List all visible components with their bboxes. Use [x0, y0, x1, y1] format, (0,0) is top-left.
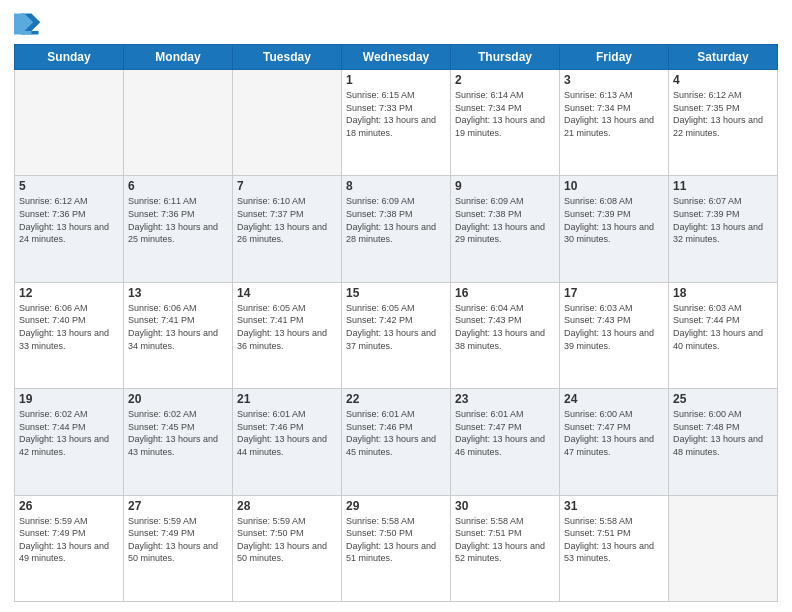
day-number: 2 [455, 73, 555, 87]
day-number: 4 [673, 73, 773, 87]
day-number: 5 [19, 179, 119, 193]
cell-info: Sunrise: 6:09 AMSunset: 7:38 PMDaylight:… [455, 195, 555, 245]
calendar-cell: 22Sunrise: 6:01 AMSunset: 7:46 PMDayligh… [342, 389, 451, 495]
calendar-cell: 28Sunrise: 5:59 AMSunset: 7:50 PMDayligh… [233, 495, 342, 601]
day-number: 1 [346, 73, 446, 87]
calendar-cell: 1Sunrise: 6:15 AMSunset: 7:33 PMDaylight… [342, 70, 451, 176]
day-number: 10 [564, 179, 664, 193]
calendar-cell: 3Sunrise: 6:13 AMSunset: 7:34 PMDaylight… [560, 70, 669, 176]
cell-info: Sunrise: 6:01 AMSunset: 7:46 PMDaylight:… [237, 408, 337, 458]
calendar-cell: 16Sunrise: 6:04 AMSunset: 7:43 PMDayligh… [451, 282, 560, 388]
cell-info: Sunrise: 6:10 AMSunset: 7:37 PMDaylight:… [237, 195, 337, 245]
cell-info: Sunrise: 6:09 AMSunset: 7:38 PMDaylight:… [346, 195, 446, 245]
day-number: 16 [455, 286, 555, 300]
day-number: 15 [346, 286, 446, 300]
day-number: 17 [564, 286, 664, 300]
day-header-sunday: Sunday [15, 45, 124, 70]
calendar-cell: 5Sunrise: 6:12 AMSunset: 7:36 PMDaylight… [15, 176, 124, 282]
day-number: 26 [19, 499, 119, 513]
calendar-week-row: 12Sunrise: 6:06 AMSunset: 7:40 PMDayligh… [15, 282, 778, 388]
day-number: 21 [237, 392, 337, 406]
cell-info: Sunrise: 5:59 AMSunset: 7:49 PMDaylight:… [19, 515, 119, 565]
cell-info: Sunrise: 6:00 AMSunset: 7:47 PMDaylight:… [564, 408, 664, 458]
day-header-thursday: Thursday [451, 45, 560, 70]
day-number: 6 [128, 179, 228, 193]
calendar-cell: 30Sunrise: 5:58 AMSunset: 7:51 PMDayligh… [451, 495, 560, 601]
page: SundayMondayTuesdayWednesdayThursdayFrid… [0, 0, 792, 612]
day-number: 18 [673, 286, 773, 300]
cell-info: Sunrise: 5:59 AMSunset: 7:50 PMDaylight:… [237, 515, 337, 565]
calendar-cell: 6Sunrise: 6:11 AMSunset: 7:36 PMDaylight… [124, 176, 233, 282]
calendar-cell: 17Sunrise: 6:03 AMSunset: 7:43 PMDayligh… [560, 282, 669, 388]
cell-info: Sunrise: 5:58 AMSunset: 7:51 PMDaylight:… [564, 515, 664, 565]
cell-info: Sunrise: 6:05 AMSunset: 7:41 PMDaylight:… [237, 302, 337, 352]
calendar-cell: 2Sunrise: 6:14 AMSunset: 7:34 PMDaylight… [451, 70, 560, 176]
day-number: 31 [564, 499, 664, 513]
calendar-cell [15, 70, 124, 176]
day-number: 7 [237, 179, 337, 193]
header [14, 10, 778, 38]
day-number: 12 [19, 286, 119, 300]
calendar-table: SundayMondayTuesdayWednesdayThursdayFrid… [14, 44, 778, 602]
cell-info: Sunrise: 6:13 AMSunset: 7:34 PMDaylight:… [564, 89, 664, 139]
calendar-cell: 21Sunrise: 6:01 AMSunset: 7:46 PMDayligh… [233, 389, 342, 495]
cell-info: Sunrise: 5:59 AMSunset: 7:49 PMDaylight:… [128, 515, 228, 565]
calendar-cell: 14Sunrise: 6:05 AMSunset: 7:41 PMDayligh… [233, 282, 342, 388]
day-number: 30 [455, 499, 555, 513]
day-number: 25 [673, 392, 773, 406]
day-header-saturday: Saturday [669, 45, 778, 70]
day-number: 8 [346, 179, 446, 193]
day-number: 9 [455, 179, 555, 193]
cell-info: Sunrise: 6:02 AMSunset: 7:44 PMDaylight:… [19, 408, 119, 458]
cell-info: Sunrise: 6:03 AMSunset: 7:43 PMDaylight:… [564, 302, 664, 352]
calendar-week-row: 26Sunrise: 5:59 AMSunset: 7:49 PMDayligh… [15, 495, 778, 601]
calendar-cell [124, 70, 233, 176]
day-number: 14 [237, 286, 337, 300]
cell-info: Sunrise: 6:08 AMSunset: 7:39 PMDaylight:… [564, 195, 664, 245]
calendar-cell: 31Sunrise: 5:58 AMSunset: 7:51 PMDayligh… [560, 495, 669, 601]
calendar-cell: 23Sunrise: 6:01 AMSunset: 7:47 PMDayligh… [451, 389, 560, 495]
calendar-cell [233, 70, 342, 176]
calendar-cell: 12Sunrise: 6:06 AMSunset: 7:40 PMDayligh… [15, 282, 124, 388]
cell-info: Sunrise: 6:12 AMSunset: 7:36 PMDaylight:… [19, 195, 119, 245]
cell-info: Sunrise: 6:06 AMSunset: 7:40 PMDaylight:… [19, 302, 119, 352]
calendar-week-row: 1Sunrise: 6:15 AMSunset: 7:33 PMDaylight… [15, 70, 778, 176]
cell-info: Sunrise: 6:14 AMSunset: 7:34 PMDaylight:… [455, 89, 555, 139]
day-number: 22 [346, 392, 446, 406]
calendar-cell [669, 495, 778, 601]
cell-info: Sunrise: 6:11 AMSunset: 7:36 PMDaylight:… [128, 195, 228, 245]
calendar-cell: 7Sunrise: 6:10 AMSunset: 7:37 PMDaylight… [233, 176, 342, 282]
day-number: 11 [673, 179, 773, 193]
day-header-tuesday: Tuesday [233, 45, 342, 70]
day-number: 27 [128, 499, 228, 513]
logo-icon [14, 10, 42, 38]
cell-info: Sunrise: 6:01 AMSunset: 7:46 PMDaylight:… [346, 408, 446, 458]
logo [14, 10, 46, 38]
day-number: 3 [564, 73, 664, 87]
cell-info: Sunrise: 6:06 AMSunset: 7:41 PMDaylight:… [128, 302, 228, 352]
cell-info: Sunrise: 6:05 AMSunset: 7:42 PMDaylight:… [346, 302, 446, 352]
cell-info: Sunrise: 6:15 AMSunset: 7:33 PMDaylight:… [346, 89, 446, 139]
cell-info: Sunrise: 6:07 AMSunset: 7:39 PMDaylight:… [673, 195, 773, 245]
cell-info: Sunrise: 6:00 AMSunset: 7:48 PMDaylight:… [673, 408, 773, 458]
calendar-cell: 27Sunrise: 5:59 AMSunset: 7:49 PMDayligh… [124, 495, 233, 601]
day-number: 13 [128, 286, 228, 300]
day-number: 24 [564, 392, 664, 406]
day-header-friday: Friday [560, 45, 669, 70]
day-header-wednesday: Wednesday [342, 45, 451, 70]
calendar-cell: 10Sunrise: 6:08 AMSunset: 7:39 PMDayligh… [560, 176, 669, 282]
calendar-cell: 24Sunrise: 6:00 AMSunset: 7:47 PMDayligh… [560, 389, 669, 495]
calendar-cell: 9Sunrise: 6:09 AMSunset: 7:38 PMDaylight… [451, 176, 560, 282]
cell-info: Sunrise: 6:03 AMSunset: 7:44 PMDaylight:… [673, 302, 773, 352]
calendar-cell: 11Sunrise: 6:07 AMSunset: 7:39 PMDayligh… [669, 176, 778, 282]
calendar-cell: 18Sunrise: 6:03 AMSunset: 7:44 PMDayligh… [669, 282, 778, 388]
day-number: 20 [128, 392, 228, 406]
calendar-week-row: 5Sunrise: 6:12 AMSunset: 7:36 PMDaylight… [15, 176, 778, 282]
day-number: 29 [346, 499, 446, 513]
day-number: 28 [237, 499, 337, 513]
cell-info: Sunrise: 5:58 AMSunset: 7:50 PMDaylight:… [346, 515, 446, 565]
calendar-week-row: 19Sunrise: 6:02 AMSunset: 7:44 PMDayligh… [15, 389, 778, 495]
calendar-cell: 29Sunrise: 5:58 AMSunset: 7:50 PMDayligh… [342, 495, 451, 601]
calendar-cell: 8Sunrise: 6:09 AMSunset: 7:38 PMDaylight… [342, 176, 451, 282]
calendar-cell: 26Sunrise: 5:59 AMSunset: 7:49 PMDayligh… [15, 495, 124, 601]
